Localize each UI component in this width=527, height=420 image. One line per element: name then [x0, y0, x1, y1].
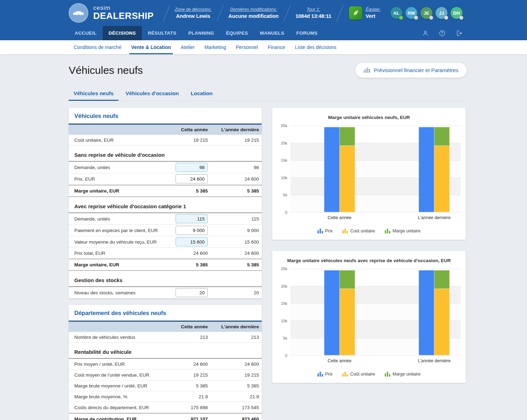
bar-segment-marge-unitaire[interactable]	[434, 127, 450, 146]
bar-segment-cout-unitaire[interactable]	[340, 146, 355, 212]
y-axis-label: 10k	[281, 319, 287, 323]
brand[interactable]: cesim DEALERSHIP	[69, 3, 154, 23]
table-row-nombre-de-vehicules-vendus: Nombre de véhicules vendus213213	[69, 332, 262, 343]
avatar-rw[interactable]: RW	[405, 7, 417, 19]
user-icon[interactable]	[422, 30, 429, 37]
avatar-dh[interactable]: DH	[451, 7, 463, 19]
last-year-cell: 19 215	[208, 138, 259, 143]
current-year-cell	[159, 226, 208, 235]
legend-label: Prix	[325, 229, 333, 233]
header-info-value: 1084d 13:48:11	[295, 13, 331, 19]
nav-item-manuels[interactable]: MANUELS	[254, 26, 290, 40]
bar-segment-marge-unitaire[interactable]	[340, 127, 355, 146]
subnav-item-atelier[interactable]: Atelier	[176, 40, 200, 54]
nav-item-resultats[interactable]: RÉSULTATS	[142, 26, 183, 40]
bar-segment-prix[interactable]	[324, 270, 340, 355]
last-year-cell: 20	[208, 290, 259, 295]
current-year-cell: 19 215	[159, 138, 208, 143]
bar-segment-prix[interactable]	[419, 127, 434, 212]
current-year-cell	[159, 288, 208, 297]
bar-segment-prix[interactable]	[419, 270, 434, 355]
decision-input-demande-unites[interactable]	[176, 214, 208, 223]
bar-segment-cout-unitaire[interactable]	[434, 146, 450, 212]
subnav-item-personnel[interactable]: Personnel	[231, 40, 263, 54]
legend-item-prix[interactable]: Prix	[317, 229, 333, 233]
page-title: Véhicules neufs	[69, 64, 143, 76]
subnav-item-conditions-de-marche[interactable]: Conditions de marché	[69, 40, 126, 54]
legend-item-marge-unitaire[interactable]: Marge unitaire	[385, 372, 420, 377]
status-dot	[459, 16, 463, 20]
decision-input-prix-eur[interactable]	[176, 174, 208, 183]
brand-name-dealership: DEALERSHIP	[93, 11, 154, 21]
decision-input-demande-unites[interactable]	[176, 163, 208, 172]
section-header-avec-reprise-vehicule-d-occasion-categorie-1: Avec reprise véhicule d'occasion catégor…	[69, 197, 262, 213]
bar-segment-marge-unitaire[interactable]	[434, 270, 450, 289]
last-year-cell: 24 600	[208, 251, 259, 256]
tab-vehicules-d-occasion[interactable]: Véhicules d'occasion	[121, 87, 184, 100]
avatar-je[interactable]: JE	[420, 7, 432, 19]
legend-item-marge-unitaire[interactable]: Marge unitaire	[385, 229, 420, 233]
logout-icon[interactable]	[456, 30, 463, 37]
chart-title: Marge unitaire véhicules neufs, EUR	[277, 112, 461, 126]
chart-legend: PrixCoût unitaireMarge unitaire	[277, 229, 461, 233]
y-axis-label: 25k	[281, 124, 287, 128]
last-year-cell: 9 000	[208, 228, 259, 233]
legend-item-cout-unitaire[interactable]: Coût unitaire	[342, 229, 375, 233]
header-action-icons	[422, 26, 463, 40]
decision-input-niveau-des-stocks-semaines[interactable]	[176, 288, 208, 297]
help-icon[interactable]	[439, 30, 446, 37]
nav-item-equipes[interactable]: ÉQUIPES	[220, 26, 254, 40]
team-label[interactable]: Équipe:	[366, 7, 381, 12]
row-label: Coût moyen de l'unité vendue, EUR	[74, 372, 159, 378]
bar-segment-prix[interactable]	[324, 127, 340, 212]
header-info: Zone de décisions:Andrew LewisDernières …	[166, 7, 340, 19]
decision-input-valeur-moyenne-du-vehicule-recu-eur[interactable]	[176, 237, 208, 246]
bar-segment-cout-unitaire[interactable]	[434, 289, 450, 355]
forecast-settings-button[interactable]: Prévisionnel financier et Paramètres	[355, 63, 467, 78]
decision-input-paiement-en-especes-par-le-client-eur[interactable]	[176, 226, 208, 235]
bar-stack	[419, 269, 434, 355]
bar-segment-marge-unitaire[interactable]	[340, 270, 355, 289]
avatar-initials: JJ	[439, 10, 444, 16]
bar-group-l-annee-derniere	[419, 269, 450, 355]
y-axis: 25k20k15k10k5k0	[277, 269, 290, 356]
last-year-cell: 15 600	[208, 239, 259, 245]
tab-location[interactable]: Location	[186, 87, 218, 100]
header-info-label-dernieres-modifications[interactable]: Dernières modifications:	[228, 7, 279, 12]
legend-item-cout-unitaire[interactable]: Coût unitaire	[342, 372, 375, 377]
current-year-cell: 5 385	[159, 262, 208, 267]
avatar-al[interactable]: AL	[390, 7, 402, 19]
header-info-label-tour-1[interactable]: Tour 1:	[295, 7, 331, 12]
nav-item-planning[interactable]: PLANNING	[182, 26, 220, 40]
x-axis-label-cette-annee: Cette année	[328, 215, 351, 220]
forecast-settings-label: Prévisionnel financier et Paramètres	[374, 67, 458, 73]
legend-label: Marge unitaire	[392, 229, 420, 233]
legend-bars-icon	[385, 229, 390, 233]
status-dot	[429, 16, 433, 20]
bar-group-l-annee-derniere	[419, 126, 450, 212]
subnav-item-marketing[interactable]: Marketing	[199, 40, 231, 54]
legend-item-prix[interactable]: Prix	[317, 372, 333, 377]
row-label: Prix, EUR	[74, 176, 159, 182]
card-title: Véhicules neufs	[69, 108, 262, 125]
row-label: Coûts directs du département, EUR	[74, 405, 159, 410]
nav-item-decisions[interactable]: DÉCISIONS	[103, 26, 142, 40]
decisions-subnav: Conditions de marchéVente & LocationAtel…	[0, 40, 527, 54]
table-row-marge-de-contribution-eur: Marge de contribution, EUR971 107973 460	[69, 413, 262, 420]
header-info-label-zone-de-decisions[interactable]: Zone de décisions:	[175, 7, 212, 12]
subnav-item-liste-des-decisions[interactable]: Liste des décisions	[290, 40, 341, 54]
nav-item-accueil[interactable]: ACCUEIL	[69, 26, 103, 40]
subnav-item-vente-location[interactable]: Vente & Location	[126, 40, 176, 54]
avatar-jj[interactable]: JJ	[436, 7, 447, 19]
tab-vehicules-neufs[interactable]: Véhicules neufs	[69, 87, 118, 100]
header-info-block: Dernières modifications:Aucune modificat…	[220, 7, 287, 19]
table-row-marge-unitaire-eur: Marge unitaire, EUR5 3855 385	[69, 259, 262, 271]
bar-stack	[324, 126, 340, 212]
departement-vehicules-neufs-card: Département des véhicules neufsCette ann…	[69, 305, 262, 420]
chart-marge-unitaire-reprise: Marge unitaire véhicules neufs avec repr…	[272, 251, 466, 383]
header-info-block: Tour 1:1084d 13:48:11	[287, 7, 340, 19]
subnav-item-finance[interactable]: Finance	[263, 40, 290, 54]
y-axis-label: 5k	[283, 336, 287, 340]
nav-item-forums[interactable]: FORUMS	[290, 26, 323, 40]
bar-segment-cout-unitaire[interactable]	[340, 289, 355, 355]
